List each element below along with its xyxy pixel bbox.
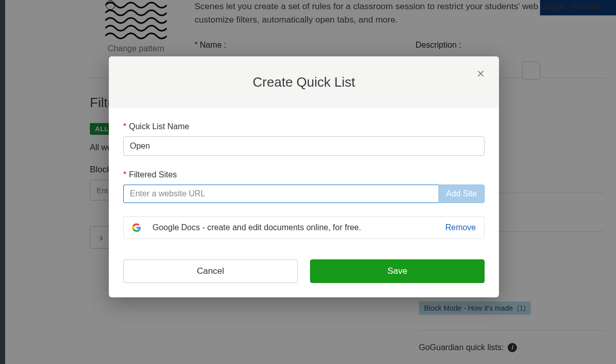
close-button[interactable]: ✕ xyxy=(473,67,488,81)
create-quick-list-modal: Create Quick List ✕ *Quick List Name *Fi… xyxy=(109,56,499,297)
cancel-button[interactable]: Cancel xyxy=(123,259,298,283)
quick-list-name-label: Quick List Name xyxy=(129,122,189,131)
filtered-site-row: Google Docs - create and edit documents … xyxy=(123,216,485,239)
filtered-site-title: Google Docs - create and edit documents … xyxy=(152,223,445,232)
remove-site-link[interactable]: Remove xyxy=(445,223,476,232)
close-icon: ✕ xyxy=(476,68,485,80)
save-button[interactable]: Save xyxy=(310,259,485,283)
filtered-sites-label: Filtered Sites xyxy=(129,170,177,179)
modal-title: Create Quick List xyxy=(253,74,355,90)
filtered-sites-url-input[interactable] xyxy=(123,185,438,203)
quick-list-name-input[interactable] xyxy=(123,136,485,156)
google-icon xyxy=(132,223,141,232)
add-site-button[interactable]: Add Site xyxy=(438,185,485,203)
